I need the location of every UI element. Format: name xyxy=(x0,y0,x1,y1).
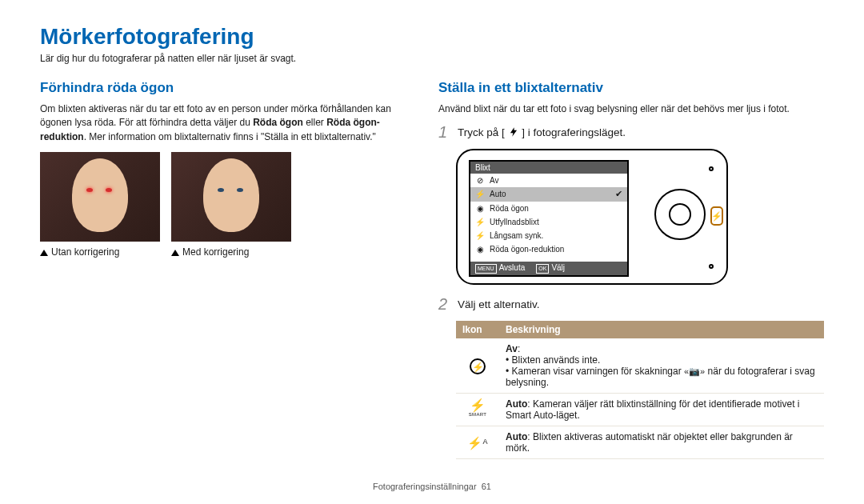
row3-desc: Auto: Blixten aktiveras automatiskt när … xyxy=(499,426,824,459)
triangle-up-icon xyxy=(171,250,179,256)
step-1-number: 1 xyxy=(438,124,450,140)
step-1-text: Tryck på [ ] i fotograferingsläget. xyxy=(458,124,626,141)
th-icon: Ikon xyxy=(456,321,499,338)
redeye-icon: ◉ xyxy=(475,203,485,213)
auto-flash-icon: ⚡A xyxy=(467,436,487,450)
r3-bold: Auto xyxy=(506,431,527,442)
step-2-text: Välj ett alternativ. xyxy=(458,296,540,313)
footer-exit: MENUAvsluta xyxy=(475,263,525,274)
step-1: 1 Tryck på [ ] i fotograferingsläget. xyxy=(438,124,824,141)
ok-box-icon: OK xyxy=(536,264,549,274)
menu-item-slow: ⚡ Långsam synk. xyxy=(470,229,627,242)
face-without-image xyxy=(40,152,160,242)
redeye-reduction-icon: ◉ xyxy=(475,244,485,254)
flash-off-icon: ⊘ xyxy=(475,175,485,185)
r3-text: : Blixten aktiveras automatiskt när obje… xyxy=(506,431,793,454)
menu-item-label: Långsam synk. xyxy=(490,231,543,240)
footer-select-label: Välj xyxy=(551,263,565,272)
control-dial-icon xyxy=(654,189,706,240)
flash-button-highlight: ⚡ xyxy=(710,206,723,226)
menu-list: ⊘ Av ⚡ Auto ✔ ◉ Röda ögon ⚡ Utfyllnads xyxy=(470,174,627,256)
row2-icon-cell: ⚡SMART xyxy=(456,394,499,426)
flash-auto-icon: ⚡ xyxy=(475,190,485,199)
menu-box-icon: MENU xyxy=(475,264,497,274)
camera-illustration: Blixt ⊘ Av ⚡ Auto ✔ ◉ Röda ögon xyxy=(456,149,728,285)
fill-flash-icon: ⚡ xyxy=(475,217,485,226)
smart-auto-flash-icon: ⚡SMART xyxy=(469,399,486,417)
flash-icon xyxy=(508,126,519,138)
face-row: Utan korrigering Med korrigering xyxy=(40,152,406,258)
th-description: Beskrivning xyxy=(499,321,824,338)
menu-item-label: Av xyxy=(490,176,499,185)
left-column: Förhindra röda ögon Om blixten aktiveras… xyxy=(40,80,406,459)
caption-with-text: Med korrigering xyxy=(182,246,249,258)
caption-without: Utan korrigering xyxy=(40,246,160,258)
row2-desc: Auto: Kameran väljer rätt blixtinställni… xyxy=(499,394,824,426)
check-icon: ✔ xyxy=(615,189,622,199)
shake-warning-icon: «📷» xyxy=(684,366,705,376)
button-dot-icon xyxy=(709,264,714,269)
step1a: Tryck på [ xyxy=(458,126,508,138)
r1-b2: Kameran visar varningen för skakningar «… xyxy=(506,366,818,388)
table-row: ⚡SMART Auto: Kameran väljer rätt blixtin… xyxy=(456,394,824,426)
slow-sync-icon: ⚡ xyxy=(475,230,485,240)
p1c: . Mer information om blixtalternativ fin… xyxy=(84,131,376,142)
footer-exit-label: Avsluta xyxy=(499,263,526,272)
menu-item-label: Utfyllnadsblixt xyxy=(490,218,539,226)
step1b: ] i fotograferingsläget. xyxy=(519,126,626,138)
menu-item-label: Auto xyxy=(490,190,506,198)
footer-label: Fotograferingsinställningar xyxy=(373,482,477,491)
row1-desc: Av: Blixten används inte. Kameran visar … xyxy=(499,338,824,394)
p1b: eller xyxy=(303,117,326,128)
menu-item-redeye-reduction: ◉ Röda ögon-reduktion xyxy=(470,242,627,256)
r1-title: Av xyxy=(506,343,518,354)
screen-footer: MENUAvsluta OKVälj xyxy=(470,262,627,275)
r1-b2a: Kameran visar varningen för skakningar xyxy=(512,366,684,377)
face-without-block: Utan korrigering xyxy=(40,152,160,258)
menu-item-label: Röda ögon-reduktion xyxy=(490,245,564,254)
table-row: ⚡ Av: Blixten används inte. Kameran visa… xyxy=(456,338,824,394)
menu-item-fill: ⚡ Utfyllnadsblixt xyxy=(470,215,627,229)
r1-b1: Blixten används inte. xyxy=(506,354,818,366)
face-with-image xyxy=(171,152,291,242)
content-columns: Förhindra röda ögon Om blixten aktiveras… xyxy=(40,80,824,459)
row1-icon-cell: ⚡ xyxy=(456,338,499,394)
right-intro: Använd blixt när du tar ett foto i svag … xyxy=(438,102,824,116)
r2-text: : Kameran väljer rätt blixtinställning f… xyxy=(506,398,800,421)
step-2: 2 Välj ett alternativ. xyxy=(438,296,824,313)
menu-item-redeye: ◉ Röda ögon xyxy=(470,202,627,215)
r2-bold: Auto xyxy=(506,398,527,410)
page-subtitle: Lär dig hur du fotograferar på natten el… xyxy=(40,53,824,64)
right-column: Ställa in ett blixtalternativ Använd bli… xyxy=(438,80,824,459)
row3-icon-cell: ⚡A xyxy=(456,426,499,459)
menu-header: Blixt xyxy=(470,162,627,174)
footer-page: 61 xyxy=(482,482,491,491)
menu-item-av: ⊘ Av xyxy=(470,174,627,187)
page-title: Mörkerfotografering xyxy=(40,24,824,50)
menu-item-auto: ⚡ Auto ✔ xyxy=(470,187,627,202)
left-heading: Förhindra röda ögon xyxy=(40,80,406,96)
page-footer: Fotograferingsinställningar 61 xyxy=(0,482,864,491)
right-heading: Ställa in ett blixtalternativ xyxy=(438,80,824,96)
footer-select: OKVälj xyxy=(536,263,565,274)
button-dot-icon xyxy=(709,166,714,171)
left-paragraph: Om blixten aktiveras när du tar ett foto… xyxy=(40,102,406,144)
caption-with: Med korrigering xyxy=(171,246,291,258)
camera-screen: Blixt ⊘ Av ⚡ Auto ✔ ◉ Röda ögon xyxy=(469,160,629,277)
flash-off-circle-icon: ⚡ xyxy=(470,358,486,374)
step-2-number: 2 xyxy=(438,296,450,312)
triangle-up-icon xyxy=(40,250,48,256)
menu-item-label: Röda ögon xyxy=(490,204,529,213)
table-row: ⚡A Auto: Blixten aktiveras automatiskt n… xyxy=(456,426,824,459)
options-table: Ikon Beskrivning ⚡ Av: Blixten används i… xyxy=(456,321,824,459)
p1bold1: Röda ögon xyxy=(253,117,303,128)
caption-without-text: Utan korrigering xyxy=(51,246,119,258)
face-with-block: Med korrigering xyxy=(171,152,291,258)
